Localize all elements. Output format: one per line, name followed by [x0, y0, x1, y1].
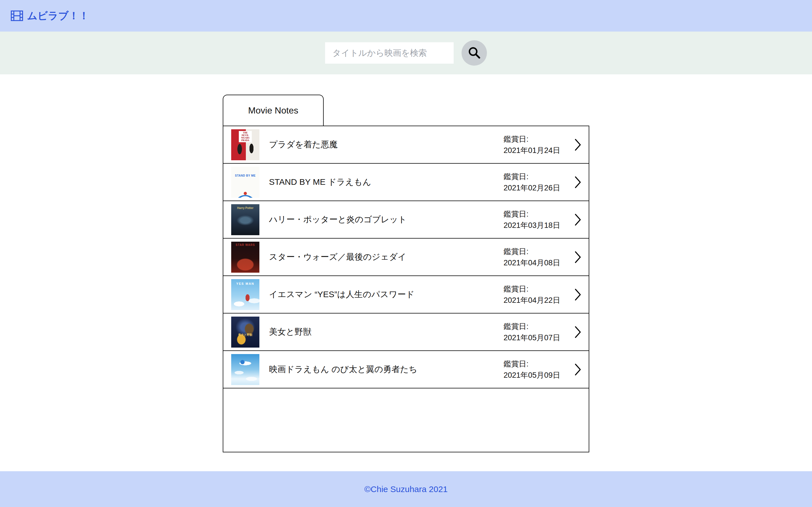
watch-date-value: 2021年05月07日	[504, 332, 567, 343]
movie-row[interactable]: STAR WARS スター・ウォーズ／最後のジェダイ 鑑賞日: 2021年04月…	[223, 238, 589, 276]
poster-label: STAND BY ME	[235, 174, 255, 177]
movie-watch-date: 鑑賞日: 2021年01月24日	[504, 133, 567, 156]
watch-date-label: 鑑賞日:	[504, 133, 567, 145]
movie-row[interactable]: 映画ドラえもん のび太と翼の勇者たち 鑑賞日: 2021年05月09日	[223, 351, 589, 388]
movie-title: 美女と野獣	[269, 326, 504, 338]
poster-label: 美女と野獣	[231, 333, 259, 337]
chevron-right-icon	[574, 326, 581, 339]
tab-movie-notes[interactable]: Movie Notes	[223, 95, 324, 126]
site-logo[interactable]: ムビラブ！！	[11, 9, 89, 23]
search-bar	[0, 32, 812, 74]
movie-poster: 美女と野獣	[231, 317, 259, 348]
search-button[interactable]	[462, 40, 487, 66]
watch-date-value: 2021年03月18日	[504, 220, 567, 231]
movie-row[interactable]: STAND BY ME STAND BY ME ドラえもん 鑑賞日: 2021年…	[223, 164, 589, 201]
movie-title: スター・ウォーズ／最後のジェダイ	[269, 251, 504, 263]
movie-row[interactable]: Harry Potter ハリー・ポッターと炎のゴブレット 鑑賞日: 2021年…	[223, 201, 589, 238]
movie-watch-date: 鑑賞日: 2021年05月09日	[504, 358, 567, 381]
site-header: ムビラブ！！	[0, 0, 812, 32]
poster-label: THE DEVIL WEARS PRADA	[239, 131, 252, 143]
movie-list: THE DEVIL WEARS PRADA プラダを着た悪魔 鑑賞日: 2021…	[223, 126, 589, 452]
chevron-right-icon	[574, 288, 581, 301]
watch-date-value: 2021年04月08日	[504, 257, 567, 269]
watch-date-value: 2021年01月24日	[504, 145, 567, 156]
movie-title: STAND BY ME ドラえもん	[269, 176, 504, 188]
watch-date-label: 鑑賞日:	[504, 358, 567, 370]
watch-date-label: 鑑賞日:	[504, 321, 567, 332]
movie-row[interactable]: YES MAN イエスマン “YES”は人生のパスワード 鑑賞日: 2021年0…	[223, 276, 589, 314]
movie-poster: THE DEVIL WEARS PRADA	[231, 129, 259, 160]
watch-date-value: 2021年04月22日	[504, 295, 567, 306]
movie-watch-date: 鑑賞日: 2021年02月26日	[504, 171, 567, 193]
copyright-text: ©Chie Suzuhara 2021	[364, 485, 448, 494]
movie-title: プラダを着た悪魔	[269, 139, 504, 151]
movie-title: イエスマン “YES”は人生のパスワード	[269, 289, 504, 300]
watch-date-value: 2021年02月26日	[504, 182, 567, 193]
tab-label: Movie Notes	[248, 105, 298, 116]
chevron-right-icon	[574, 213, 581, 226]
poster-label: YES MAN	[236, 282, 254, 286]
poster-label: Harry Potter	[237, 207, 253, 210]
watch-date-label: 鑑賞日:	[504, 246, 567, 257]
movie-watch-date: 鑑賞日: 2021年04月22日	[504, 283, 567, 306]
search-icon	[468, 46, 481, 60]
watch-date-label: 鑑賞日:	[504, 283, 567, 295]
movie-title: 映画ドラえもん のび太と翼の勇者たち	[269, 363, 504, 375]
movie-poster: YES MAN	[231, 279, 259, 310]
movie-row[interactable]: 美女と野獣 美女と野獣 鑑賞日: 2021年05月07日	[223, 314, 589, 351]
chevron-right-icon	[574, 176, 581, 189]
site-title: ムビラブ！！	[27, 9, 89, 23]
site-footer: ©Chie Suzuhara 2021	[0, 471, 812, 507]
watch-date-label: 鑑賞日:	[504, 171, 567, 182]
chevron-right-icon	[574, 138, 581, 151]
chevron-right-icon	[574, 251, 581, 264]
movie-notes-panel: Movie Notes THE DEVIL WEARS PRADA プラダを着た…	[223, 95, 589, 452]
movie-poster: STAND BY ME	[231, 167, 259, 198]
movie-title: ハリー・ポッターと炎のゴブレット	[269, 214, 504, 225]
movie-watch-date: 鑑賞日: 2021年05月07日	[504, 321, 567, 343]
poster-label: STAR WARS	[236, 243, 255, 247]
search-input[interactable]	[325, 42, 454, 64]
movie-poster	[231, 354, 259, 385]
movie-poster: Harry Potter	[231, 204, 259, 235]
movie-watch-date: 鑑賞日: 2021年03月18日	[504, 209, 567, 231]
watch-date-label: 鑑賞日:	[504, 209, 567, 220]
chevron-right-icon	[574, 363, 581, 376]
movie-watch-date: 鑑賞日: 2021年04月08日	[504, 246, 567, 269]
watch-date-value: 2021年05月09日	[504, 370, 567, 381]
movie-poster: STAR WARS	[231, 242, 259, 273]
film-icon	[11, 10, 23, 21]
movie-row[interactable]: THE DEVIL WEARS PRADA プラダを着た悪魔 鑑賞日: 2021…	[223, 126, 589, 164]
main-content: Movie Notes THE DEVIL WEARS PRADA プラダを着た…	[0, 74, 812, 471]
